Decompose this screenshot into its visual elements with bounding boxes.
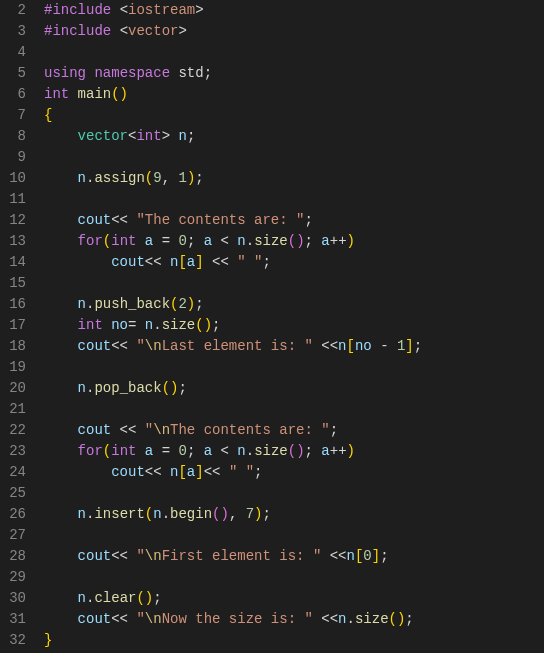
code-line[interactable]: #include <vector>	[44, 21, 544, 42]
line-number: 24	[0, 462, 26, 483]
line-number: 8	[0, 126, 26, 147]
line-number: 9	[0, 147, 26, 168]
code-line[interactable]	[44, 147, 544, 168]
code-line[interactable]: #include <iostream>	[44, 0, 544, 21]
code-line[interactable]: int main()	[44, 84, 544, 105]
line-number: 2	[0, 0, 26, 21]
code-line[interactable]: cout<< "\nNow the size is: " <<n.size();	[44, 609, 544, 630]
code-line[interactable]	[44, 189, 544, 210]
code-editor: 2345678910111213141516171819202122232425…	[0, 0, 544, 653]
line-number: 27	[0, 525, 26, 546]
code-line[interactable]	[44, 357, 544, 378]
code-line[interactable]	[44, 42, 544, 63]
code-line[interactable]	[44, 273, 544, 294]
line-number: 20	[0, 378, 26, 399]
code-line[interactable]: cout<< n[a]<< " ";	[44, 462, 544, 483]
line-number: 5	[0, 63, 26, 84]
line-number: 7	[0, 105, 26, 126]
line-number: 28	[0, 546, 26, 567]
code-line[interactable]: using namespace std;	[44, 63, 544, 84]
code-line[interactable]: cout << "\nThe contents are: ";	[44, 420, 544, 441]
line-number: 11	[0, 189, 26, 210]
code-line[interactable]: n.assign(9, 1);	[44, 168, 544, 189]
line-number: 19	[0, 357, 26, 378]
code-line[interactable]: {	[44, 105, 544, 126]
line-number: 12	[0, 210, 26, 231]
code-line[interactable]: cout<< n[a] << " ";	[44, 252, 544, 273]
line-number: 13	[0, 231, 26, 252]
line-number: 10	[0, 168, 26, 189]
line-number: 26	[0, 504, 26, 525]
line-number: 22	[0, 420, 26, 441]
code-line[interactable]: }	[44, 630, 544, 651]
line-number: 17	[0, 315, 26, 336]
code-line[interactable]	[44, 483, 544, 504]
code-line[interactable]: int no= n.size();	[44, 315, 544, 336]
line-number: 23	[0, 441, 26, 462]
code-line[interactable]: n.push_back(2);	[44, 294, 544, 315]
code-line[interactable]: cout<< "\nLast element is: " <<n[no - 1]…	[44, 336, 544, 357]
code-line[interactable]: for(int a = 0; a < n.size(); a++)	[44, 231, 544, 252]
line-number: 18	[0, 336, 26, 357]
code-line[interactable]: vector<int> n;	[44, 126, 544, 147]
code-line[interactable]	[44, 525, 544, 546]
line-number: 25	[0, 483, 26, 504]
line-number: 3	[0, 21, 26, 42]
line-number: 31	[0, 609, 26, 630]
code-area[interactable]: #include <iostream>#include <vector>usin…	[36, 0, 544, 653]
code-line[interactable]: cout<< "\nFirst element is: " <<n[0];	[44, 546, 544, 567]
line-number: 21	[0, 399, 26, 420]
code-line[interactable]: for(int a = 0; a < n.size(); a++)	[44, 441, 544, 462]
line-number: 32	[0, 630, 26, 651]
line-number: 4	[0, 42, 26, 63]
code-line[interactable]	[44, 399, 544, 420]
code-line[interactable]: n.clear();	[44, 588, 544, 609]
code-line[interactable]	[44, 567, 544, 588]
line-number: 30	[0, 588, 26, 609]
code-line[interactable]: cout<< "The contents are: ";	[44, 210, 544, 231]
line-number: 15	[0, 273, 26, 294]
code-line[interactable]: n.insert(n.begin(), 7);	[44, 504, 544, 525]
line-number: 29	[0, 567, 26, 588]
code-line[interactable]: n.pop_back();	[44, 378, 544, 399]
line-number: 14	[0, 252, 26, 273]
line-number: 6	[0, 84, 26, 105]
line-number-gutter: 2345678910111213141516171819202122232425…	[0, 0, 36, 653]
line-number: 16	[0, 294, 26, 315]
